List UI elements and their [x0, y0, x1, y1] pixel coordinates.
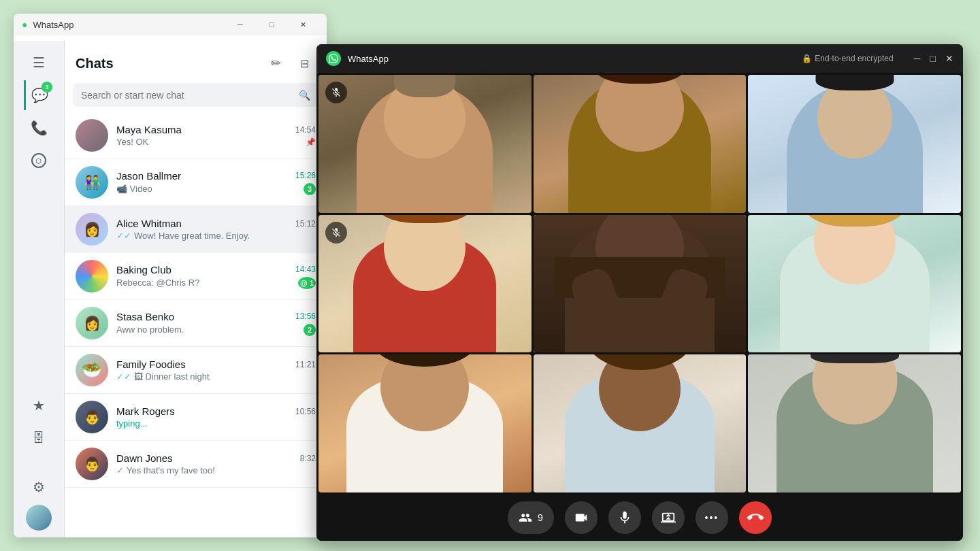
video-minimize-btn[interactable]: ─	[914, 53, 921, 64]
encryption-label: 🔒 End-to-end encrypted	[802, 54, 893, 63]
filter-button[interactable]: ⊟	[293, 52, 316, 75]
typing-indicator: typing...	[116, 418, 148, 429]
chat-item-dawn[interactable]: 👨 Dawn Jones 8:32 ✓ Yes that's my fave t…	[65, 441, 327, 488]
video-cell-4	[318, 215, 532, 353]
more-options-button[interactable]: •••	[696, 501, 728, 534]
chat-info-dawn: Dawn Jones 8:32 ✓ Yes that's my fave too…	[116, 452, 316, 475]
chat-item-baking[interactable]: Baking Club 14:43 Rebecca: @Chris R? @ 1	[65, 253, 327, 300]
chat-preview-maya: Yes! OK	[116, 137, 148, 147]
more-options-icon: •••	[705, 512, 719, 523]
search-bar: 🔍	[73, 83, 318, 107]
menu-icon: ☰	[33, 54, 45, 71]
video-toggle-button[interactable]	[565, 501, 598, 534]
chat-info-alice: Alice Whitman 15:12 ✓✓ Wow! Have great t…	[116, 218, 316, 241]
chat-preview-mark: typing...	[116, 418, 148, 429]
avatar-maya	[76, 119, 108, 152]
video-close-btn[interactable]: ✕	[945, 53, 953, 64]
chat-name-baking: Baking Club	[116, 264, 172, 276]
main-minimize-btn[interactable]: ─	[225, 14, 256, 35]
lock-icon: 🔒	[802, 54, 812, 63]
chat-info-mark: Mark Rogers 10:56 typing...	[116, 405, 316, 429]
video-window-controls: ─ □ ✕	[914, 53, 953, 64]
chat-name-family: Family Foodies	[116, 358, 186, 370]
chat-info-family: Family Foodies 11:21 ✓✓ 🖼 Dinner last ni…	[116, 358, 316, 382]
sidebar-item-starred[interactable]: ★	[24, 390, 54, 420]
sidebar-item-status[interactable]: ○	[24, 146, 54, 176]
video-camera-icon	[574, 510, 589, 525]
chat-preview-alice: ✓✓ Wow! Have great time. Enjoy.	[116, 231, 250, 241]
video-cell-7	[318, 354, 532, 492]
starred-icon: ★	[33, 397, 45, 414]
sidebar: ☰ 💬 3 📞 ○ ★ 🗄 ⚙	[14, 41, 65, 537]
chat-item-alice[interactable]: 👩 Alice Whitman 15:12 ✓✓ Wow! Have great…	[65, 206, 327, 253]
chat-time-jason: 15:26	[295, 171, 316, 180]
filter-icon: ⊟	[300, 57, 309, 70]
video-cell-5	[534, 215, 747, 353]
chat-item-stasa[interactable]: 👩 Stasa Benko 13:56 Aww no problem. 2	[65, 300, 327, 347]
sidebar-item-calls[interactable]: 📞	[24, 113, 54, 143]
chat-item-mark[interactable]: 👨 Mark Rogers 10:56 typing...	[65, 394, 327, 441]
chats-header: Chats ✏ ⊟	[65, 41, 327, 80]
chat-item-maya[interactable]: Maya Kasuma 14:54 Yes! OK 📌	[65, 112, 327, 159]
sidebar-item-menu[interactable]: ☰	[24, 48, 54, 78]
pinned-icon-maya: 📌	[306, 137, 316, 147]
participants-icon	[519, 511, 532, 524]
video-call-window: WhatsApp 🔒 End-to-end encrypted ─ □ ✕	[316, 44, 963, 541]
user-avatar[interactable]	[26, 505, 52, 531]
avatar-dawn: 👨	[76, 448, 108, 480]
chat-preview-jason: 📹 Video	[116, 184, 152, 194]
video-wa-logo	[326, 51, 341, 66]
participants-button[interactable]: 9	[508, 501, 554, 534]
end-call-button[interactable]	[739, 501, 772, 534]
chat-name-mark: Mark Rogers	[116, 405, 175, 417]
chat-preview-baking: Rebecca: @Chris R?	[116, 278, 199, 288]
sidebar-item-settings[interactable]: ⚙	[24, 472, 54, 502]
chat-name-stasa: Stasa Benko	[116, 311, 174, 322]
main-whatsapp-window: ● WhatsApp ─ □ ✕ ☰ 💬 3 📞 ○ ★ 🗄	[14, 14, 327, 537]
new-chat-icon: ✏	[271, 56, 281, 71]
video-title-bar: WhatsApp 🔒 End-to-end encrypted ─ □ ✕	[316, 44, 963, 73]
video-cell-8	[534, 354, 747, 492]
screen-share-button[interactable]	[652, 501, 685, 534]
chats-badge: 3	[42, 82, 52, 93]
video-grid	[316, 73, 963, 495]
chats-title: Chats	[76, 56, 114, 71]
search-input[interactable]	[81, 90, 299, 101]
chat-time-alice: 15:12	[295, 219, 316, 229]
microphone-button[interactable]	[608, 501, 641, 534]
main-title-bar: ● WhatsApp ─ □ ✕	[14, 14, 327, 35]
chat-item-jason[interactable]: 👫 Jason Ballmer 15:26 📹 Video 3	[65, 159, 327, 206]
new-chat-button[interactable]: ✏	[264, 52, 287, 75]
chat-info-baking: Baking Club 14:43 Rebecca: @Chris R? @ 1	[116, 264, 316, 289]
main-window-controls: ─ □ ✕	[225, 14, 318, 35]
microphone-icon	[617, 510, 632, 525]
screen-share-icon	[661, 510, 676, 525]
chat-time-baking: 14:43	[295, 265, 316, 274]
sidebar-bottom: ★ 🗄 ⚙	[24, 390, 54, 537]
chats-panel: Chats ✏ ⊟ 🔍 Maya Kasuma 14	[65, 41, 327, 537]
video-app-title: WhatsApp	[348, 54, 795, 64]
calls-icon: 📞	[31, 120, 48, 136]
avatar-baking	[76, 260, 108, 293]
main-close-btn[interactable]: ✕	[287, 14, 318, 35]
participants-count: 9	[538, 512, 543, 523]
video-cell-1	[318, 75, 532, 213]
chat-badge-jason: 3	[304, 183, 316, 195]
archived-icon: 🗄	[33, 431, 45, 446]
chat-item-family[interactable]: 🥗 Family Foodies 11:21 ✓✓ 🖼 Dinner last …	[65, 347, 327, 394]
chat-time-dawn: 8:32	[300, 454, 316, 463]
main-maximize-btn[interactable]: □	[256, 14, 287, 35]
chat-name-dawn: Dawn Jones	[116, 452, 173, 464]
chats-header-icons: ✏ ⊟	[264, 52, 316, 75]
avatar-jason: 👫	[76, 166, 108, 199]
sidebar-item-archived[interactable]: 🗄	[24, 423, 54, 453]
video-cell-3	[748, 75, 961, 213]
chat-badge-baking: @ 1	[298, 277, 316, 289]
chat-name-jason: Jason Ballmer	[116, 170, 181, 182]
call-controls-bar: 9 •••	[316, 495, 963, 541]
video-maximize-btn[interactable]: □	[930, 53, 936, 64]
double-check-family: ✓✓	[116, 371, 131, 382]
sidebar-item-chats[interactable]: 💬 3	[24, 80, 54, 110]
video-cell-2	[534, 75, 747, 213]
chat-info-jason: Jason Ballmer 15:26 📹 Video 3	[116, 170, 316, 195]
